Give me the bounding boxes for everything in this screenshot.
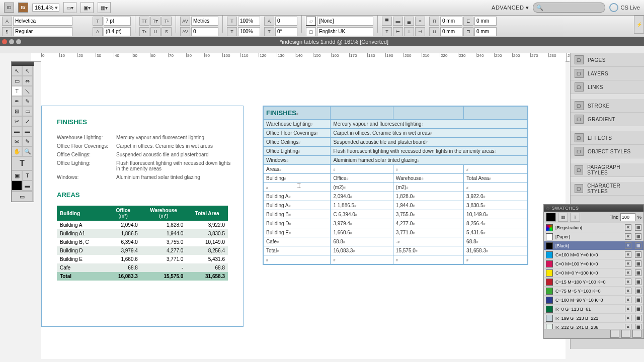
rect-frame-tool[interactable]: ⊠ [12,106,22,116]
table-row[interactable]: Windows#Aluminium framed solar tinted gl… [264,156,528,165]
leading-field[interactable]: (8.4 pt) [104,27,131,36]
note-tool[interactable]: ✉ [12,136,22,146]
swatch-row[interactable]: C=15 M=100 Y=100 K=0✕▦ [544,278,643,287]
strike-icon[interactable]: S [162,27,172,36]
search-field[interactable]: 🔍 [533,3,605,13]
font-style-field[interactable]: Regular [13,27,72,36]
swatch-delete[interactable] [632,330,641,338]
table-row[interactable]: Areas#### [264,165,528,174]
table-row[interactable]: Office Floor Coverings#Carpet in offices… [264,129,528,138]
swatch-row[interactable]: C=100 M=0 Y=0 K=0✕▦ [544,250,643,259]
table-row[interactable]: Warehouse Lighting#Mercury vapour and fl… [264,120,528,129]
text-frame-right[interactable]: FINISHES#Warehouse Lighting#Mercury vapo… [263,106,528,265]
table-row[interactable]: Building D#3,979.4#4,277.0#8,256.4# [264,219,528,228]
subscript-icon[interactable]: T₁ [139,27,149,36]
swatch-row[interactable]: C=75 M=5 Y=100 K=0✕▦ [544,287,643,296]
swatch-row[interactable]: [Paper]✕▦ [544,232,643,241]
char-style-field[interactable]: [None] [317,17,373,26]
inset-bot-field[interactable]: 0 mm [440,27,462,36]
minimize-window-icon[interactable] [9,39,14,44]
table-row[interactable]: Building#Office#Warehouse#Total Area# [264,174,528,183]
app-menu-icon[interactable]: ID [4,3,14,13]
align-top-icon[interactable]: ▀ [382,17,392,26]
format-container-icon[interactable]: ▣ [12,170,22,180]
panel-tab-links[interactable]: ▢LINKS [571,80,644,94]
table-row[interactable]: FINISHES# [264,107,528,120]
baseline-field[interactable]: 0 [275,17,297,26]
hscale-field[interactable]: 100% [238,27,260,36]
workspace-switcher[interactable]: ADVANCED ▾ [492,5,529,11]
swatch-row[interactable]: R=0 G=113 B=61✕▦ [544,305,643,314]
swatches-panel[interactable]: ◇SWATCHES ▦ T Tint: % [Registration]✕▦[P… [543,204,644,339]
swatch-row[interactable]: C=100 M=90 Y=10 K=0✕▦ [544,296,643,305]
pen-tool[interactable]: ✒ [12,96,22,106]
swatch-row[interactable]: R=232 G=241 B=236✕▦ [544,323,643,329]
swatch-new[interactable] [621,330,630,338]
zoom-tool[interactable]: 🔍 [22,146,33,156]
hand-tool[interactable]: ✋ [12,146,22,156]
table-row[interactable]: #(m2)#(m2)## [264,183,528,192]
swatch-row[interactable]: [Black]✕▦ [544,241,643,250]
smallcaps-icon[interactable]: Tᴛ [150,17,160,26]
rotate-90-icon[interactable]: ⊢ [393,27,403,36]
swatch-show-all[interactable] [610,330,619,338]
panel-tab-effects[interactable]: ▢EFFECTS [571,131,644,145]
pencil-tool[interactable]: ✎ [22,96,33,106]
table-row[interactable]: Building A#2,094.0#1,828.0#3,922.0# [264,192,528,201]
allcaps-icon[interactable]: TT [139,17,149,26]
type-tool[interactable]: T [12,86,22,96]
arrange-docs-button[interactable]: ▦▾ [98,2,111,13]
superscript-icon[interactable]: T¹ [162,17,172,26]
line-tool[interactable]: ＼ [22,86,33,96]
language-field[interactable]: English: UK [317,27,373,36]
bridge-icon[interactable]: Br [18,3,28,13]
transform-tool[interactable]: ⤢ [22,116,33,126]
char-format-icon[interactable]: A [2,17,12,26]
panel-tab-character styles[interactable]: ▢CHARACTER STYLES [571,182,644,196]
raw-table[interactable]: FINISHES#Warehouse Lighting#Mercury vapo… [263,106,528,264]
table-row[interactable]: Office Ceilings#Suspended acoustic tile … [264,138,528,147]
screen-mode-button[interactable]: ▣▾ [80,2,94,13]
font-size-field[interactable]: 7 pt [104,17,131,26]
gradient-swatch-tool[interactable]: ▬ [12,126,22,136]
cs-live-button[interactable]: CS Live [609,3,640,12]
vscale-field[interactable]: 100% [238,17,260,26]
zoom-window-icon[interactable] [16,39,21,44]
swatch-row[interactable]: C=0 M=0 Y=100 K=0✕▦ [544,268,643,278]
inset-left-field[interactable]: 0 mm [474,17,497,26]
swatch-row[interactable]: [Registration]✕▦ [544,223,643,232]
swatch-row[interactable]: C=0 M=100 Y=0 K=0✕▦ [544,259,643,268]
panel-tab-layers[interactable]: ▢LAYERS [571,67,644,80]
skew-field[interactable]: 0° [275,27,297,36]
selection-tool[interactable]: ↖ [12,66,22,76]
view-options-button[interactable]: ▭▾ [63,2,76,13]
align-just-icon[interactable]: ≡ [415,17,425,26]
font-family-field[interactable]: Helvetica [13,17,72,26]
panel-tab-gradient[interactable]: ▢GRADIENT [571,113,644,126]
table-row[interactable]: Building A#1 1,886.5#1,944.0#3,830.5# [264,201,528,210]
align-mid-icon[interactable]: ▬ [393,17,403,26]
tracking-field[interactable]: 0 [191,27,218,36]
inset-top-field[interactable]: 0 mm [440,17,462,26]
table-row[interactable]: Building B#C 6,394.0#3,755.0#10,149.0# [264,210,528,219]
rotate-180-icon[interactable]: ⊥ [404,27,414,36]
fill-stroke-proxy[interactable]: T [12,156,33,170]
zoom-level[interactable]: 161.4%▾ [32,4,59,12]
panel-tab-paragraph styles[interactable]: ▢PARAGRAPH STYLES [571,163,644,177]
swatch-row[interactable]: R=199 G=213 B=221✕▦ [544,314,643,323]
table-row[interactable]: #### [264,255,528,264]
text-frame-left[interactable]: FINISHES Warehouse Lighting:Mercury vapo… [41,106,244,327]
table-row[interactable]: Cafe#68.8#-#68.8# [264,237,528,246]
kerning-field[interactable]: Metrics [191,17,218,26]
gradient-feather-tool[interactable]: ▬ [22,126,33,136]
align-bot-icon[interactable]: ▄ [404,17,414,26]
direct-selection-tool[interactable]: ↖ [22,66,33,76]
close-window-icon[interactable] [2,39,7,44]
swatch-fill-proxy[interactable] [546,213,556,222]
panel-tab-pages[interactable]: ▢PAGES [571,53,644,67]
format-text-icon[interactable]: T [22,170,33,180]
stroke-proxy-icon[interactable]: ▢ [306,27,316,36]
table-row[interactable]: Building E#1,660.6#3,771.0#5,431.6# [264,228,528,237]
page-tool[interactable]: ▭ [12,76,22,86]
table-row[interactable]: Office Lighting#Flush fluorescent lighti… [264,147,528,156]
